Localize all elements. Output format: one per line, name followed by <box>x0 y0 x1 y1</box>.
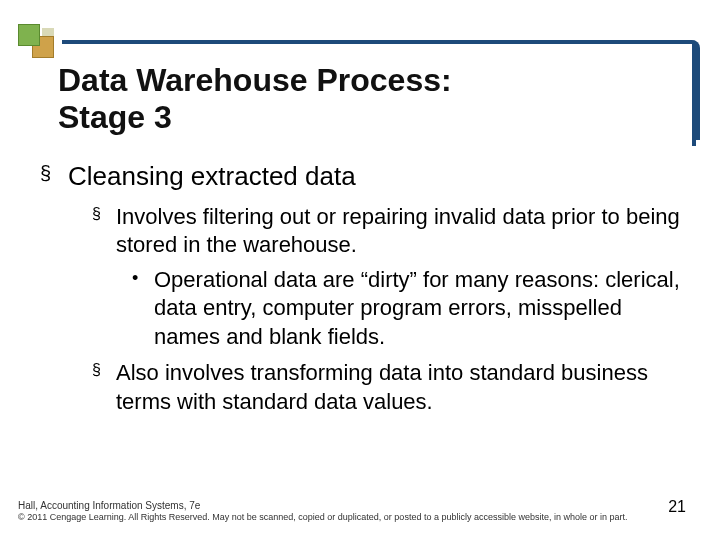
slide-body: § Cleansing extracted data § Involves fi… <box>40 160 680 423</box>
bullet-level1: § Cleansing extracted data <box>40 160 680 193</box>
bullet-square-icon: § <box>92 359 116 416</box>
footer-line-1: Hall, Accounting Information Systems, 7e <box>18 499 702 512</box>
bullet-square-icon: § <box>92 203 116 260</box>
bullet-square-icon: § <box>40 160 68 193</box>
bullet-level2: § Also involves transforming data into s… <box>92 359 680 416</box>
title-line-2: Stage 3 <box>58 99 660 136</box>
header-rule <box>62 40 696 44</box>
page-number: 21 <box>668 498 686 516</box>
bullet-text: Cleansing extracted data <box>68 160 356 193</box>
bullet-text: Also involves transforming data into sta… <box>116 359 680 416</box>
slide: Data Warehouse Process: Stage 3 § Cleans… <box>0 0 720 540</box>
bullet-text: Involves filtering out or repairing inva… <box>116 203 680 260</box>
square-green <box>18 24 40 46</box>
footer: Hall, Accounting Information Systems, 7e… <box>18 499 702 524</box>
title-line-1: Data Warehouse Process: <box>58 62 660 99</box>
slide-title: Data Warehouse Process: Stage 3 <box>58 62 660 136</box>
bullet-level3: • Operational data are “dirty” for many … <box>132 266 680 352</box>
footer-line-2: © 2011 Cengage Learning. All Rights Rese… <box>18 512 702 524</box>
header-rule-right <box>692 44 696 146</box>
bullet-text: Operational data are “dirty” for many re… <box>154 266 680 352</box>
bullet-disc-icon: • <box>132 266 154 352</box>
bullet-level2: § Involves filtering out or repairing in… <box>92 203 680 260</box>
